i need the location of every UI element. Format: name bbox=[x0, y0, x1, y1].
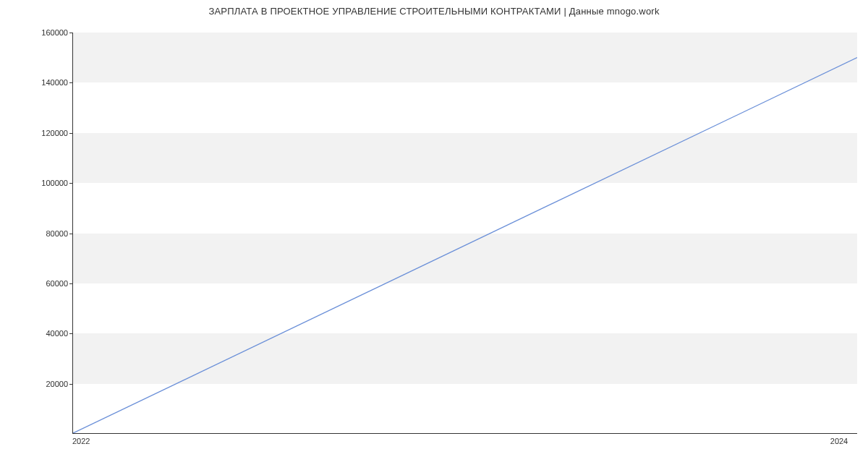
y-tick-mark bbox=[69, 82, 72, 83]
chart-title: ЗАРПЛАТА В ПРОЕКТНОЕ УПРАВЛЕНИЕ СТРОИТЕЛ… bbox=[0, 6, 868, 17]
x-tick-2024: 2024 bbox=[830, 437, 848, 445]
data-line bbox=[73, 33, 857, 433]
y-tick-mark bbox=[69, 384, 72, 385]
x-tick-2022: 2022 bbox=[72, 437, 90, 445]
y-tick-60000: 60000 bbox=[46, 279, 68, 288]
plot-area bbox=[72, 33, 857, 434]
y-tick-mark bbox=[69, 183, 72, 184]
y-tick-120000: 120000 bbox=[41, 129, 68, 137]
y-tick-20000: 20000 bbox=[46, 380, 68, 388]
y-tick-mark bbox=[69, 234, 72, 234]
y-tick-mark bbox=[69, 283, 72, 284]
svg-line-0 bbox=[73, 58, 857, 433]
y-tick-100000: 100000 bbox=[41, 179, 68, 187]
y-tick-40000: 40000 bbox=[46, 329, 68, 338]
y-tick-80000: 80000 bbox=[46, 229, 68, 238]
y-tick-mark bbox=[69, 133, 72, 134]
y-tick-140000: 140000 bbox=[41, 78, 68, 87]
y-tick-mark bbox=[69, 33, 72, 33]
y-tick-mark bbox=[69, 333, 72, 334]
y-tick-160000: 160000 bbox=[41, 28, 68, 37]
